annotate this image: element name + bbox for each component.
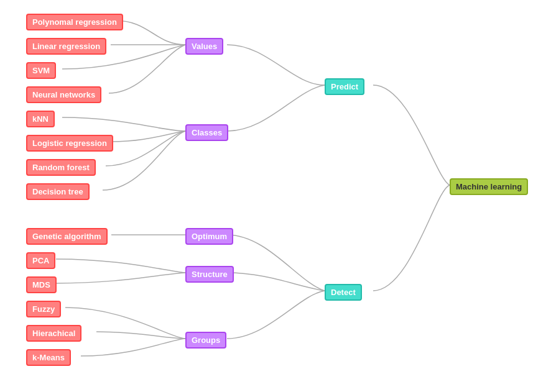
node-decision-tree[interactable]: Decision tree — [26, 183, 90, 200]
node-machine-learning[interactable]: Machine learning — [450, 178, 528, 195]
node-kmeans[interactable]: k-Means — [26, 349, 71, 366]
node-structure[interactable]: Structure — [185, 266, 234, 283]
node-random-forest[interactable]: Random forest — [26, 159, 96, 176]
node-values[interactable]: Values — [185, 38, 223, 55]
node-genetic-algorithm[interactable]: Genetic algorithm — [26, 228, 108, 245]
node-polynomial-regression[interactable]: Polynomal regression — [26, 14, 123, 30]
node-logistic-regression[interactable]: Logistic regression — [26, 135, 113, 152]
node-groups[interactable]: Groups — [185, 332, 226, 349]
node-knn[interactable]: kNN — [26, 111, 55, 127]
node-pca[interactable]: PCA — [26, 252, 55, 269]
node-linear-regression[interactable]: Linear regression — [26, 38, 106, 55]
node-neural-networks[interactable]: Neural networks — [26, 86, 101, 103]
diagram: Polynomal regression Linear regression S… — [0, 0, 556, 392]
node-detect[interactable]: Detect — [325, 284, 362, 301]
node-classes[interactable]: Classes — [185, 124, 228, 141]
node-hierarchical[interactable]: Hierachical — [26, 325, 81, 342]
node-mds[interactable]: MDS — [26, 276, 57, 293]
node-predict[interactable]: Predict — [325, 78, 364, 95]
node-fuzzy[interactable]: Fuzzy — [26, 301, 61, 317]
node-svm[interactable]: SVM — [26, 62, 56, 79]
node-optimum[interactable]: Optimum — [185, 228, 233, 245]
